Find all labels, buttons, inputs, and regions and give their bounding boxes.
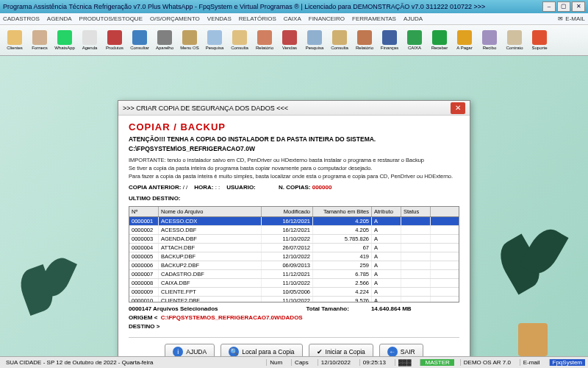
toolbar-icon bbox=[232, 30, 247, 45]
table-row[interactable]: 0000002ACESSO.DBF16/12/20214.205A bbox=[129, 226, 459, 235]
toolbar-a pagar[interactable]: A Pagar bbox=[453, 26, 476, 54]
dialog-info-1: IMPORTANTE: tendo o instalador salvo em … bbox=[129, 157, 459, 163]
table-row[interactable]: 0000010CLIENTE2.DBF11/10/20229.576A bbox=[129, 297, 459, 302]
table-row[interactable]: 0000007CADASTRO.DBF11/12/20216.785A bbox=[129, 270, 459, 279]
status-date-text: SUA CIDADE - SP 12 de Outubro de 2022 - … bbox=[3, 359, 260, 366]
menu-ferramentas[interactable]: FERRAMENTAS bbox=[352, 15, 396, 22]
status-time: 09:25:13 bbox=[359, 359, 389, 366]
toolbar-icon bbox=[332, 30, 347, 45]
table-row[interactable]: 0000006BACKUP2.DBF06/09/2013259A bbox=[129, 261, 459, 270]
status-numlock: Num bbox=[266, 359, 285, 366]
decor-plant-right bbox=[500, 194, 566, 356]
window-titlebar: Programa Assistência Técnica Refrigeraçã… bbox=[0, 0, 588, 13]
toolbar-consulta[interactable]: Consulta bbox=[328, 26, 351, 54]
decor-plant-left bbox=[15, 224, 81, 356]
dialog-info-3: Para fazer a copia da pasta inteira é mu… bbox=[129, 173, 459, 180]
dialog-system-path: C:\FPQSYSTEM\OS_REFRIGERACAO7.0W bbox=[129, 145, 459, 152]
menu-os[interactable]: O/S/ORÇAMENTO bbox=[150, 15, 200, 22]
toolbar-icon bbox=[182, 30, 197, 45]
dialog-warning: ATENÇÃO!!! TENHA A COPIA DO INSTALADOR E… bbox=[129, 135, 459, 143]
toolbar-label: Receber bbox=[431, 46, 448, 50]
toolbar-label: Consultar bbox=[130, 46, 149, 50]
toolbar-pesquisa[interactable]: Pesquisa bbox=[303, 26, 326, 54]
toolbar-relatório[interactable]: Relatório bbox=[253, 26, 276, 54]
toolbar-label: WhatsApp bbox=[54, 46, 75, 50]
toolbar-label: Consulta bbox=[331, 46, 348, 50]
toolbar-finanças[interactable]: Finanças bbox=[378, 26, 401, 54]
info-icon: i bbox=[173, 347, 183, 356]
file-grid[interactable]: Nº Nome do Arquivo Modificado Tamanho em… bbox=[129, 206, 459, 302]
toolbar-recibo[interactable]: Recibo bbox=[478, 26, 501, 54]
toolbar-label: A Pagar bbox=[456, 46, 472, 50]
check-icon: ✔ bbox=[317, 348, 323, 355]
menu-caixa[interactable]: CAIXA bbox=[284, 15, 301, 22]
menu-ajuda[interactable]: AJUDA bbox=[404, 15, 423, 22]
toolbar-consulta[interactable]: Consulta bbox=[228, 26, 251, 54]
toolbar-icon bbox=[157, 30, 172, 45]
status-progress: ▓▓▓ bbox=[395, 359, 415, 366]
toolbar-icon bbox=[407, 30, 422, 45]
toolbar-label: Finanças bbox=[381, 46, 398, 50]
ajuda-button[interactable]: iAJUDA bbox=[165, 344, 215, 356]
search-icon: 🔍 bbox=[229, 347, 239, 356]
dialog-close-button[interactable]: ✕ bbox=[451, 102, 465, 114]
main-toolbar: ClientesFornecsWhatsAppAgendaProdutosCon… bbox=[0, 25, 588, 56]
toolbar-agenda[interactable]: Agenda bbox=[78, 26, 101, 54]
toolbar-contrato[interactable]: Contrato bbox=[503, 26, 526, 54]
toolbar-label: Vendas bbox=[282, 46, 297, 50]
toolbar-suporte[interactable]: Suporte bbox=[528, 26, 551, 54]
toolbar-clientes[interactable]: Clientes bbox=[3, 26, 26, 54]
toolbar-label: Agenda bbox=[82, 46, 98, 50]
dialog-titlebar: >>> CRIAR COPIA DE SEGURANÇA DOS DADOS <… bbox=[118, 101, 470, 116]
menu-produtos[interactable]: PRODUTOS/ESTOQUE bbox=[79, 15, 143, 22]
toolbar-icon bbox=[57, 30, 72, 45]
menu-vendas[interactable]: VENDAS bbox=[207, 15, 232, 22]
status-bar: SUA CIDADE - SP 12 de Outubro de 2022 - … bbox=[0, 356, 588, 368]
toolbar-receber[interactable]: Receber bbox=[428, 26, 451, 54]
table-row[interactable]: 0000005BACKUP.DBF12/10/2022419A bbox=[129, 252, 459, 261]
toolbar-caixa[interactable]: CAIXA bbox=[403, 26, 426, 54]
toolbar-pesquisa[interactable]: Pesquisa bbox=[203, 26, 226, 54]
toolbar-aparelho[interactable]: Aparelho bbox=[153, 26, 176, 54]
status-demo: DEMO OS AR 7.0 bbox=[460, 359, 514, 366]
iniciar-copia-button[interactable]: ✔Iniciar a Copia bbox=[309, 344, 373, 356]
backup-dialog: >>> CRIAR COPIA DE SEGURANÇA DOS DADOS <… bbox=[118, 100, 470, 356]
workspace-background: >>> CRIAR COPIA DE SEGURANÇA DOS DADOS <… bbox=[0, 56, 588, 356]
toolbar-fornecs[interactable]: Fornecs bbox=[28, 26, 51, 54]
table-row[interactable]: 0000009CLIENTE.FPT10/05/20064.224A bbox=[129, 288, 459, 297]
maximize-button[interactable]: ▢ bbox=[557, 1, 570, 12]
toolbar-label: Pesquisa bbox=[306, 46, 324, 50]
toolbar-icon bbox=[82, 30, 97, 45]
toolbar-produtos[interactable]: Produtos bbox=[103, 26, 126, 54]
menu-financeiro[interactable]: FINANCEIRO bbox=[309, 15, 345, 22]
toolbar-vendas[interactable]: Vendas bbox=[278, 26, 301, 54]
status-email[interactable]: E-mail bbox=[520, 359, 543, 366]
dialog-info-2: Se tiver a copia da pasta inteira do pro… bbox=[129, 165, 459, 171]
menu-relatorios[interactable]: RELATÓRIOS bbox=[239, 15, 276, 22]
window-title: Programa Assistência Técnica Refrigeraçã… bbox=[3, 3, 542, 10]
close-window-button[interactable]: ✕ bbox=[572, 1, 585, 12]
local-copia-button[interactable]: 🔍Local para a Copia bbox=[220, 344, 302, 356]
email-menu[interactable]: ✉ E-MAIL bbox=[558, 15, 585, 22]
status-fpq[interactable]: FpqSystem bbox=[549, 359, 585, 366]
sair-button[interactable]: ←SAIR bbox=[379, 344, 423, 356]
destino-line: DESTINO > bbox=[129, 323, 459, 330]
menu-agenda[interactable]: AGENDA bbox=[47, 15, 72, 22]
toolbar-icon bbox=[207, 30, 222, 45]
toolbar-icon bbox=[532, 30, 547, 45]
table-row[interactable]: 0000003AGENDA.DBF11/10/20225.785.826A bbox=[129, 235, 459, 244]
toolbar-label: Recibo bbox=[483, 46, 497, 50]
toolbar-consultar[interactable]: Consultar bbox=[128, 26, 151, 54]
table-row[interactable]: 0000001ACESSO.CDX16/12/20214.205A bbox=[129, 217, 459, 226]
dialog-heading: COPIAR / BACKUP bbox=[129, 121, 459, 132]
toolbar-icon bbox=[7, 30, 22, 45]
table-row[interactable]: 0000004ATTACH.DBF26/07/201267A bbox=[129, 244, 459, 252]
toolbar-relatório[interactable]: Relatório bbox=[353, 26, 376, 54]
toolbar-menu os[interactable]: Menu OS bbox=[178, 26, 201, 54]
exit-icon: ← bbox=[387, 347, 398, 356]
table-row[interactable]: 0000008CAIXA.DBF11/10/20222.566A bbox=[129, 279, 459, 288]
toolbar-icon bbox=[132, 30, 147, 45]
toolbar-whatsapp[interactable]: WhatsApp bbox=[53, 26, 76, 54]
menu-cadastros[interactable]: CADASTROS bbox=[3, 15, 40, 22]
minimize-button[interactable]: – bbox=[542, 1, 556, 12]
